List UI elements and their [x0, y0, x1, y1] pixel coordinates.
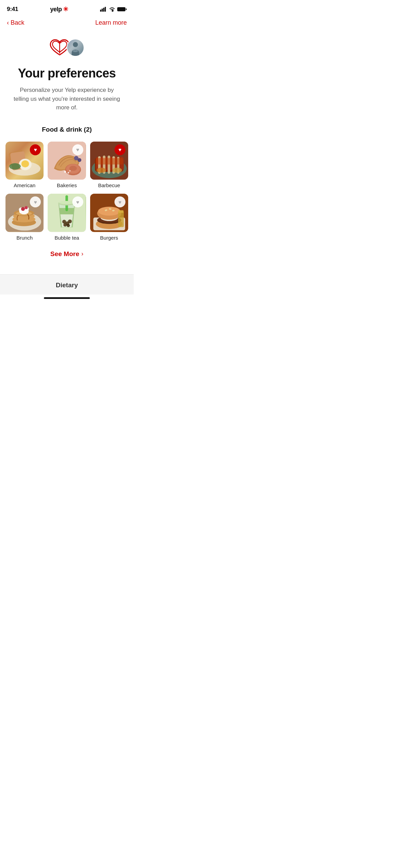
see-more-button[interactable]: See More ›	[5, 243, 128, 269]
nav-bar: ‹ Back Learn more	[0, 16, 134, 32]
category-image-wrapper-burgers: ♥	[90, 194, 128, 232]
svg-point-18	[64, 171, 66, 173]
heart-empty-icon: ♥	[76, 147, 79, 153]
svg-rect-1	[101, 9, 103, 12]
svg-point-51	[63, 223, 67, 227]
user-avatar	[66, 39, 84, 57]
status-time: 9:41	[7, 6, 18, 13]
heart-empty-icon-brunch: ♥	[34, 199, 37, 205]
svg-point-7	[73, 42, 78, 47]
favorite-badge-bakeries[interactable]: ♥	[72, 144, 83, 155]
page-title: Your preferences	[18, 66, 116, 80]
svg-point-34	[112, 168, 122, 173]
svg-point-64	[98, 207, 120, 216]
svg-point-52	[67, 224, 70, 227]
section-title: Food & drink (2)	[5, 123, 128, 142]
favorite-badge-barbecue[interactable]: ♥	[114, 144, 125, 155]
category-item-brunch[interactable]: ♥ Brunch	[5, 194, 44, 240]
yelp-wordmark: yelp	[50, 6, 62, 13]
svg-rect-4	[117, 7, 125, 11]
category-image-wrapper-american: ♥	[5, 142, 44, 180]
back-label: Back	[11, 19, 24, 26]
heart-filled-icon: ♥	[34, 147, 37, 153]
favorite-badge-american[interactable]: ♥	[30, 144, 41, 155]
home-indicator	[0, 294, 134, 300]
app-logo: yelp ✳	[50, 5, 68, 13]
header-icons	[49, 37, 84, 58]
svg-point-12	[21, 160, 29, 167]
svg-point-20	[69, 170, 71, 171]
category-label-brunch: Brunch	[16, 235, 33, 241]
svg-rect-32	[96, 158, 123, 165]
back-button[interactable]: ‹ Back	[7, 19, 24, 26]
category-image-wrapper-bubble-tea: ♥	[48, 194, 86, 232]
heart-empty-icon-burgers: ♥	[119, 199, 122, 205]
favorite-badge-bubble-tea[interactable]: ♥	[72, 196, 83, 207]
category-item-bakeries[interactable]: ♥ Bakeries	[48, 142, 86, 188]
category-image-wrapper-bakeries: ♥	[48, 142, 86, 180]
svg-point-19	[68, 172, 69, 173]
category-label-bakeries: Bakeries	[57, 182, 77, 188]
status-bar: 9:41 yelp ✳	[0, 0, 134, 16]
svg-point-45	[21, 207, 25, 211]
svg-rect-0	[100, 10, 101, 12]
category-image-wrapper-barbecue: ♥	[90, 142, 128, 180]
favorite-badge-burgers[interactable]: ♥	[114, 196, 125, 207]
svg-point-33	[96, 168, 106, 173]
category-grid: ♥ American	[5, 142, 128, 241]
wifi-icon	[109, 7, 115, 12]
learn-more-button[interactable]: Learn more	[95, 19, 127, 26]
category-item-burgers[interactable]: ♥ Burgers	[90, 194, 128, 240]
svg-rect-5	[126, 9, 127, 10]
svg-rect-2	[103, 8, 105, 12]
svg-point-17	[69, 166, 77, 171]
food-drink-section: Food & drink (2)	[0, 123, 134, 274]
heart-filled-icon-bbq: ♥	[119, 147, 122, 153]
svg-rect-3	[105, 7, 106, 12]
page-subtitle: Personalize your Yelp experience by tell…	[12, 86, 122, 112]
see-more-label: See More	[50, 250, 79, 258]
heart-empty-icon-bubble-tea: ♥	[76, 199, 79, 205]
battery-icon	[117, 7, 127, 12]
yelp-star-icon: ✳	[63, 5, 68, 13]
svg-rect-68	[118, 211, 124, 227]
category-image-wrapper-brunch: ♥	[5, 194, 44, 232]
see-more-chevron-icon: ›	[81, 250, 83, 257]
status-indicators	[100, 7, 127, 12]
category-label-burgers: Burgers	[100, 235, 118, 241]
category-item-bubble-tea[interactable]: ♥ Bubble tea	[48, 194, 86, 240]
svg-point-46	[25, 206, 28, 209]
dietary-section-peek: Dietary	[0, 275, 134, 294]
dietary-section-label: Dietary	[56, 281, 78, 289]
header-section: Your preferences Personalize your Yelp e…	[0, 32, 134, 123]
category-label-american: American	[14, 182, 35, 188]
home-bar	[44, 297, 90, 299]
category-item-barbecue[interactable]: ♥ Barbecue	[90, 142, 128, 188]
category-label-barbecue: Barbecue	[98, 182, 120, 188]
svg-point-13	[9, 163, 21, 170]
signal-icon	[100, 7, 107, 12]
svg-rect-69	[118, 210, 123, 213]
back-chevron-icon: ‹	[7, 19, 9, 26]
category-label-bubble-tea: Bubble tea	[54, 235, 79, 241]
svg-point-50	[68, 219, 72, 223]
category-item-american[interactable]: ♥ American	[5, 142, 44, 188]
svg-point-22	[78, 158, 82, 162]
